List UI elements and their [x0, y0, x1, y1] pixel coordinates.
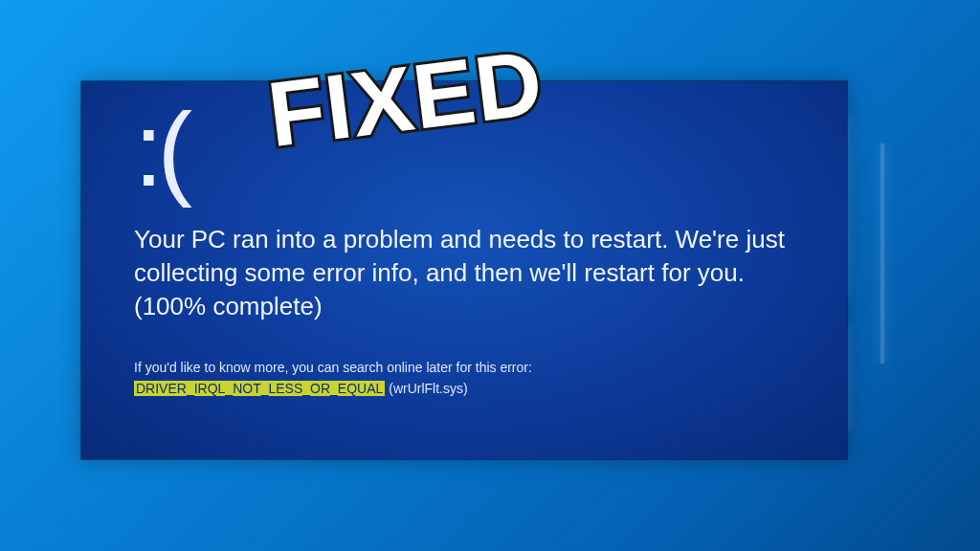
- bsod-message: Your PC ran into a problem and needs to …: [134, 223, 785, 323]
- bsod-hint: If you'd like to know more, you can sear…: [134, 360, 809, 375]
- bsod-error-line: DRIVER_IRQL_NOT_LESS_OR_EQUAL (wrUrlFlt.…: [134, 381, 809, 396]
- bsod-error-file: (wrUrlFlt.sys): [389, 381, 467, 396]
- wallpaper-light-ray: [880, 143, 884, 364]
- bsod-error-code: DRIVER_IRQL_NOT_LESS_OR_EQUAL: [134, 381, 385, 396]
- windows-desktop-wallpaper: :( Your PC ran into a problem and needs …: [0, 0, 980, 551]
